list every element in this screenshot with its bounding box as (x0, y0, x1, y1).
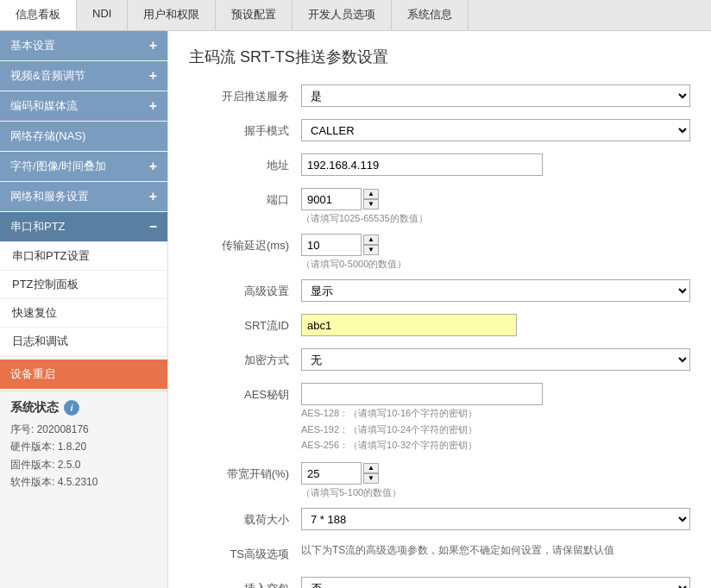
status-hw: 硬件版本: 1.8.20 (10, 438, 157, 455)
aes-hint-192: AES-192：（请填写10-24个字符的密钥） (301, 422, 690, 438)
field-aes-key: AES-128：（请填写10-16个字符的密钥） AES-192：（请填写10-… (301, 383, 690, 454)
form-row-port: 端口 ▲ ▼ （请填写1025-65535的数值） (189, 188, 690, 225)
sidebar-section-network-icon: + (149, 189, 157, 204)
bandwidth-down-button[interactable]: ▼ (363, 473, 379, 484)
info-icon[interactable]: i (64, 400, 79, 416)
label-insert-null: 插入空包 (189, 577, 301, 588)
input-port[interactable] (301, 188, 362, 210)
label-port: 端口 (189, 188, 301, 212)
field-handshake: CALLER LISTENER RENDEZVOUS (301, 119, 690, 141)
label-packet-size: 载荷大小 (189, 508, 301, 532)
label-handshake: 握手模式 (189, 119, 301, 143)
nav-item-dashboard[interactable]: 信息看板 (0, 0, 77, 30)
status-serial: 序号: 202008176 (10, 421, 157, 438)
label-encryption: 加密方式 (189, 348, 301, 372)
form-row-aes-key: AES秘钥 AES-128：（请填写10-16个字符的密钥） AES-192：（… (189, 383, 690, 454)
bandwidth-spinner: ▲ ▼ (301, 462, 690, 485)
bandwidth-up-button[interactable]: ▲ (363, 463, 379, 473)
select-advanced[interactable]: 显示 隐藏 (301, 279, 690, 302)
system-status-info: 序号: 202008176 硬件版本: 1.8.20 固件版本: 2.5.0 软… (10, 421, 157, 491)
label-bandwidth: 带宽开销(%) (189, 462, 301, 486)
aes-hint-128: AES-128：（请填写10-16个字符的密钥） (301, 405, 690, 422)
sidebar-sub-logs[interactable]: 日志和调试 (0, 328, 167, 356)
sidebar-section-nas-label: 网络存储(NAS) (10, 128, 85, 144)
sidebar-section-basic-icon: + (149, 38, 157, 53)
sidebar-section-overlay-label: 字符/图像/时间叠加 (10, 159, 106, 174)
label-aes-key: AES秘钥 (189, 383, 301, 407)
latency-hint: （请填写0-5000的数值） (301, 258, 690, 271)
select-encryption[interactable]: 无 AES-128 AES-192 AES-256 (301, 348, 690, 371)
nav-item-dev[interactable]: 开发人员选项 (293, 0, 392, 30)
field-bandwidth: ▲ ▼ （请填写5-100的数值） (301, 462, 690, 499)
sidebar: 基本设置 + 视频&音频调节 + 编码和媒体流 + 网络存储(NAS) 字符/图… (0, 31, 168, 588)
sidebar-section-ptz-icon: − (149, 219, 157, 235)
select-insert-null[interactable]: 否 是 (301, 577, 690, 588)
port-hint: （请填写1025-65535的数值） (301, 212, 690, 225)
field-port: ▲ ▼ （请填写1025-65535的数值） (301, 188, 690, 225)
nav-item-ndi[interactable]: NDI (77, 0, 128, 30)
select-packet-size[interactable]: 7 * 188 8 * 188 16 * 188 (301, 508, 690, 530)
sidebar-section-encode-label: 编码和媒体流 (10, 98, 78, 114)
form-row-advanced: 高级设置 显示 隐藏 (189, 279, 690, 305)
sidebar-sub-ptz-settings[interactable]: 串口和PTZ设置 (0, 242, 167, 271)
nav-item-sysinfo[interactable]: 系统信息 (392, 0, 469, 30)
field-ts-advanced: 以下为TS流的高级选项参数，如果您不确定如何设置，请保留默认值 (301, 542, 690, 559)
input-address[interactable] (301, 153, 543, 176)
input-bandwidth[interactable] (301, 462, 362, 485)
status-fw: 固件版本: 2.5.0 (10, 456, 157, 473)
sidebar-sub-quick-reset[interactable]: 快速复位 (0, 299, 167, 328)
port-spinner-buttons: ▲ ▼ (363, 189, 379, 210)
nav-item-presets[interactable]: 预设配置 (216, 0, 293, 30)
input-srt-id[interactable] (301, 314, 517, 336)
input-latency[interactable] (301, 234, 362, 256)
sidebar-device-restart[interactable]: 设备重启 (0, 360, 167, 389)
sidebar-section-overlay[interactable]: 字符/图像/时间叠加 + (0, 152, 167, 181)
sidebar-section-ptz[interactable]: 串口和PTZ − (0, 212, 167, 241)
field-encryption: 无 AES-128 AES-192 AES-256 (301, 348, 690, 371)
field-advanced: 显示 隐藏 (301, 279, 690, 302)
system-status-panel: 系统状态 i 序号: 202008176 硬件版本: 1.8.20 固件版本: … (0, 391, 167, 500)
form-row-ts-advanced: TS高级选项 以下为TS流的高级选项参数，如果您不确定如何设置，请保留默认值 (189, 542, 690, 568)
form-row-packet-size: 载荷大小 7 * 188 8 * 188 16 * 188 (189, 508, 690, 534)
select-handshake[interactable]: CALLER LISTENER RENDEZVOUS (301, 119, 690, 141)
sidebar-section-av-label: 视频&音频调节 (10, 68, 85, 84)
aes-hints: AES-128：（请填写10-16个字符的密钥） AES-192：（请填写10-… (301, 405, 690, 454)
select-enable-service[interactable]: 是 否 (301, 84, 690, 107)
port-up-button[interactable]: ▲ (363, 189, 379, 199)
sidebar-section-overlay-icon: + (149, 159, 157, 174)
port-down-button[interactable]: ▼ (363, 199, 379, 210)
label-latency: 传输延迟(ms) (189, 234, 301, 258)
sidebar-section-basic[interactable]: 基本设置 + (0, 31, 167, 60)
form-row-handshake: 握手模式 CALLER LISTENER RENDEZVOUS (189, 119, 690, 145)
main-content: 主码流 SRT-TS推送参数设置 开启推送服务 是 否 握手模式 CALLER … (168, 31, 711, 588)
bandwidth-hint: （请填写5-100的数值） (301, 486, 690, 499)
label-enable-service: 开启推送服务 (189, 84, 301, 109)
form-row-insert-null: 插入空包 否 是 (189, 577, 690, 588)
sidebar-section-ptz-label: 串口和PTZ (10, 219, 66, 235)
system-status-title: 系统状态 i (10, 400, 157, 416)
form-row-bandwidth: 带宽开销(%) ▲ ▼ （请填写5-100的数值） (189, 462, 690, 499)
label-srt-id: SRT流ID (189, 314, 301, 338)
aes-hint-256: AES-256：（请填写10-32个字符的密钥） (301, 437, 690, 454)
latency-down-button[interactable]: ▼ (363, 245, 379, 255)
form-row-srt-id: SRT流ID (189, 314, 690, 340)
latency-up-button[interactable]: ▲ (363, 235, 379, 245)
sidebar-section-nas[interactable]: 网络存储(NAS) (0, 122, 167, 151)
sidebar-section-network[interactable]: 网络和服务设置 + (0, 182, 167, 211)
label-advanced: 高级设置 (189, 279, 301, 303)
page-title: 主码流 SRT-TS推送参数设置 (189, 47, 690, 67)
sidebar-sub-ptz-panel[interactable]: PTZ控制面板 (0, 271, 167, 299)
form-row-latency: 传输延迟(ms) ▲ ▼ （请填写0-5000的数值） (189, 234, 690, 271)
input-aes-key[interactable] (301, 383, 543, 405)
field-srt-id (301, 314, 690, 336)
port-spinner: ▲ ▼ (301, 188, 690, 210)
main-layout: 基本设置 + 视频&音频调节 + 编码和媒体流 + 网络存储(NAS) 字符/图… (0, 31, 711, 588)
sidebar-section-encode[interactable]: 编码和媒体流 + (0, 91, 167, 121)
sidebar-section-av[interactable]: 视频&音频调节 + (0, 61, 167, 91)
label-ts-advanced: TS高级选项 (189, 542, 301, 566)
nav-item-users[interactable]: 用户和权限 (128, 0, 216, 30)
status-sw: 软件版本: 4.5.2310 (10, 473, 157, 491)
latency-spinner: ▲ ▼ (301, 234, 690, 256)
form-row-enable-service: 开启推送服务 是 否 (189, 84, 690, 110)
field-packet-size: 7 * 188 8 * 188 16 * 188 (301, 508, 690, 530)
